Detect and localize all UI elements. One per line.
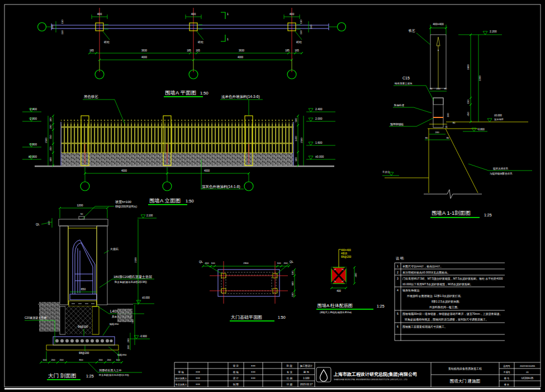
svg-text:800: 800 (291, 281, 294, 286)
svg-text:防水卷材(做法见说明2(0.93)): 防水卷材(做法见说明2(0.93)) (99, 374, 129, 377)
svg-text:50: 50 (80, 212, 83, 215)
plan-view: 400 400 400 130 240 130 130 240 130 砖柱 砖… (38, 8, 346, 97)
svg-text:240: 240 (51, 25, 54, 29)
svg-text:设计负责人: 设计负责人 (176, 377, 188, 380)
svg-text:200: 200 (99, 358, 103, 361)
svg-text:400: 400 (354, 273, 357, 277)
svg-text:防腐处理: 防腐处理 (394, 103, 405, 107)
svg-text:制 图: 制 图 (233, 383, 239, 386)
svg-text:Φ8@200: Φ8@200 (78, 325, 88, 328)
svg-text:1: 1 (227, 37, 229, 41)
svg-text:100: 100 (291, 292, 294, 297)
base-paint-label: 深灰色外墙涂料(14-1-8) (202, 185, 240, 189)
gravel-label: 30厚碎石夯入土中 (99, 369, 122, 372)
svg-text:×××: ××× (196, 371, 200, 374)
svg-text:(插筋深入基础内,锚固长度35d): (插筋深入基础内,锚固长度35d) (320, 311, 352, 314)
svg-text:2.000: 2.000 (315, 117, 323, 120)
company-name-en: SHANGHAI MUNICIPAL ENGINEERING DESIGN IN… (334, 379, 407, 381)
svg-text:165: 165 (89, 49, 94, 52)
column-paint-label: 浅米色外墙涂料(14-3-6) (221, 95, 260, 99)
svg-text:80: 80 (444, 87, 447, 90)
drawing-canvas: 400 400 400 130 240 130 130 240 130 砖柱 砖… (0, 0, 545, 392)
company-name: 上海市政工程设计研究总院(集团)有限公司 (333, 371, 417, 377)
svg-text:1:25: 1:25 (86, 374, 94, 378)
svg-text:450: 450 (467, 112, 470, 116)
notes-header: 说 明: (396, 257, 405, 261)
svg-text:1800: 1800 (467, 64, 470, 70)
svg-text:100: 100 (277, 262, 282, 265)
svg-text:400: 400 (97, 12, 102, 16)
svg-text:130: 130 (300, 20, 302, 24)
svg-text:2500: 2500 (300, 138, 303, 143)
cad-sheet: 400 400 400 130 240 130 130 240 130 砖柱 砖… (0, 0, 545, 392)
svg-text:阶 段: 阶 段 (287, 364, 293, 367)
drawing-number: UCD04-05 (522, 377, 534, 380)
svg-text:门垛采用MU7.5砖、M7.5混合砂浆砌筑，M7.5水泥砂浆: 门垛采用MU7.5砖、M7.5混合砂浆砌筑，M7.5水泥砂浆粉刷。墙柱 水平柱距… (402, 277, 503, 281)
svg-text:130: 130 (61, 30, 64, 35)
svg-text:4000: 4000 (121, 169, 127, 172)
fence-material-label: 黑色铁艺 (84, 95, 99, 98)
svg-text:×××: ××× (251, 371, 255, 374)
svg-text:围墙每隔30m设一道伸缩缝，伸缩缝处基础不断开，缝宽70mm: 围墙每隔30m设一道伸缩缝，伸缩缝处基础不断开，缝宽70mm，上涂沥青嵌缝。 (402, 312, 503, 316)
svg-text:图 号: 图 号 (504, 377, 510, 380)
svg-text:Φ8@200(双层双向): Φ8@200(双层双向) (115, 205, 138, 208)
gate-section: 1200 50 坡度h=100 Φ8@200(双层双向) 240 QL 650 … (25, 200, 157, 380)
svg-text:修 改: 修 改 (504, 383, 510, 386)
svg-text:审 定: 审 定 (233, 365, 239, 367)
svg-text:240: 240 (437, 87, 441, 90)
svg-text:2.400: 2.400 (315, 107, 323, 111)
svg-text:-0.800: -0.800 (477, 128, 485, 131)
svg-text:±0.000: ±0.000 (494, 114, 502, 117)
svg-text:1:50: 1:50 (278, 315, 286, 319)
svg-text:驳岸大样详见: 驳岸大样详见 (493, 167, 509, 171)
svg-text:日 期: 日 期 (287, 383, 293, 386)
svg-text:165: 165 (196, 49, 200, 52)
slope-label: 坡度h=100 (115, 200, 132, 204)
svg-text:合同号: 合同号 (503, 365, 510, 367)
svg-text:0.600: 0.600 (30, 143, 37, 146)
svg-text:150: 150 (467, 100, 470, 104)
svg-text:1:25: 1:25 (484, 213, 492, 217)
svg-text:700: 700 (131, 319, 134, 324)
slab-label: 180厚C20细石混凝土垫层 (113, 275, 152, 279)
svg-text:130: 130 (300, 30, 302, 35)
svg-text:×××: ××× (196, 377, 200, 380)
svg-text:建 筑: 建 筑 (303, 371, 310, 374)
svg-text:80: 80 (453, 121, 456, 124)
svg-text:施工图设计: 施工图设计 (300, 364, 313, 367)
svg-text:3: 3 (397, 277, 399, 280)
svg-text:2100: 2100 (134, 257, 137, 263)
svg-text:1: 1 (227, 12, 229, 16)
svg-text:5: 5 (397, 312, 399, 315)
svg-text:2200: 2200 (478, 75, 481, 81)
svg-text:600: 600 (295, 157, 297, 162)
axis-bubble (38, 23, 46, 31)
svg-text:2: 2 (397, 271, 399, 274)
svg-text:6: 6 (397, 325, 399, 328)
svg-text:400: 400 (191, 12, 196, 16)
project-name: 泵站机电设备用房改造工程 (448, 367, 482, 371)
svg-text:审 核: 审 核 (178, 371, 184, 374)
svg-text:QL: QL (199, 260, 203, 263)
svg-text:500: 500 (295, 118, 297, 122)
notes-table: 说 明: 1本图尺寸以mm计，标高以m计。 2未注明相对标高±0.000详见总图… (395, 257, 505, 341)
elevation-view: 黑色铁艺 浅米色外墙涂料(14-3-6) 深灰色外墙涂料(14-1-8) 2.4… (22, 95, 335, 205)
svg-text:200: 200 (284, 262, 288, 265)
svg-text:外墙涂料:g 面层做法: 12厚1:3水泥砂浆打底,: 外墙涂料:g 面层做法: 12厚1:3水泥砂浆打底, (407, 294, 461, 298)
svg-text:300: 300 (49, 117, 52, 122)
svg-text:200: 200 (60, 358, 64, 361)
svg-text:80: 80 (425, 136, 428, 139)
svg-text:100: 100 (211, 262, 216, 265)
svg-text:100: 100 (291, 271, 294, 275)
section-title: 围墙A 1-1剖面图 (432, 210, 471, 216)
svg-text:4: 4 (397, 289, 399, 292)
svg-text:1:25: 1:25 (377, 304, 385, 308)
svg-text:Φ6@200: Φ6@200 (341, 256, 352, 258)
svg-text:3630: 3630 (239, 49, 245, 52)
svg-text:200: 200 (205, 262, 210, 265)
plan-title: 围墙A 平面图 (165, 89, 196, 96)
svg-text:100: 100 (447, 113, 449, 117)
svg-text:×××: ××× (196, 383, 200, 386)
svg-text:185: 185 (187, 49, 191, 52)
svg-text:设 计: 设 计 (233, 376, 239, 380)
